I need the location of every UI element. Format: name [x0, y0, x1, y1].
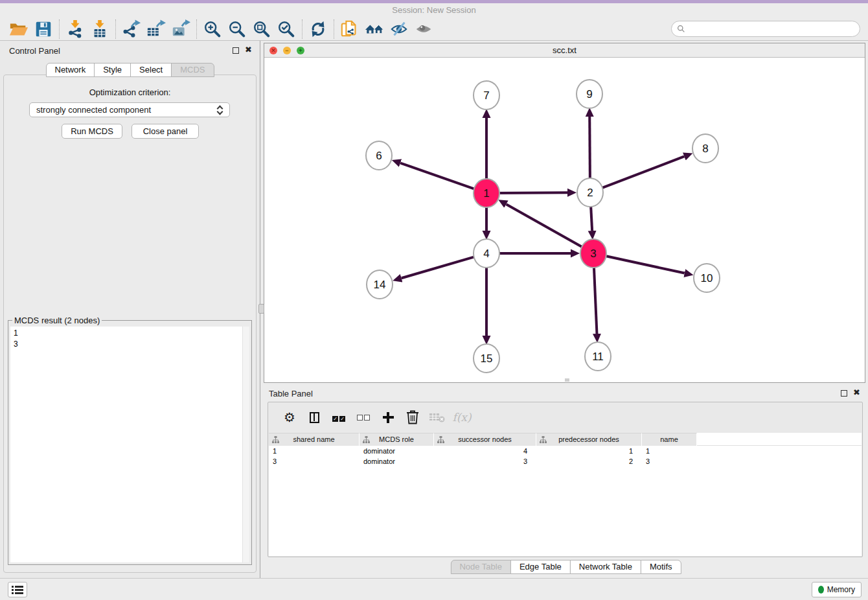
columns-icon [310, 412, 319, 423]
cell-successor-nodes[interactable]: 4 [434, 446, 536, 456]
cell-predecessor-nodes[interactable]: 2 [536, 456, 642, 467]
optimization-label: Optimization criterion: [0, 87, 260, 97]
mcds-result-area[interactable]: 1 3 [10, 327, 249, 562]
delete-button[interactable] [404, 408, 421, 427]
graph-node-3[interactable]: 3 [580, 239, 606, 268]
cell-predecessor-nodes[interactable]: 1 [536, 446, 642, 456]
zoom-out-button[interactable] [225, 19, 249, 40]
table-tabs: Node TableEdge TableNetwork TableMotifs [450, 560, 681, 574]
zoom-in-button[interactable] [200, 19, 225, 40]
cell-name[interactable]: 1 [642, 446, 697, 456]
panel-splitter-handle[interactable] [258, 304, 264, 314]
graph-node-1[interactable]: 1 [474, 179, 499, 207]
window-resize-handle[interactable] [565, 378, 569, 382]
close-panel-button[interactable]: Close panel [131, 124, 199, 139]
hide-selected-button[interactable] [387, 19, 411, 40]
network-canvas[interactable]: 1234678910111415 [264, 58, 865, 382]
function-builder-button[interactable]: f(x) [453, 408, 470, 427]
tab-mcds[interactable]: MCDS [171, 63, 214, 77]
select-all-icon: ✓✓ [332, 413, 346, 422]
graph-node-14[interactable]: 14 [367, 270, 393, 299]
close-panel-icon[interactable]: ✖ [245, 45, 252, 54]
float-panel-icon[interactable] [233, 47, 239, 54]
graph-node-8[interactable]: 8 [692, 134, 718, 163]
graph-edge-1-6[interactable] [400, 163, 483, 192]
minimize-window-icon[interactable]: − [283, 47, 291, 54]
select-all-button[interactable]: ✓✓ [330, 408, 347, 427]
zoom-fit-button[interactable] [249, 19, 274, 40]
graph-node-6[interactable]: 6 [366, 141, 392, 170]
search-input[interactable] [689, 23, 860, 36]
graph-edge-1-2[interactable] [490, 192, 567, 193]
tab-select[interactable]: Select [130, 63, 172, 77]
first-neighbors-button[interactable] [362, 19, 387, 40]
float-table-panel-icon[interactable] [841, 390, 847, 397]
import-table-button[interactable] [87, 19, 112, 40]
graph-edge-3-11[interactable] [593, 257, 597, 334]
column-label: MCDS role [379, 435, 414, 443]
graph-node-9[interactable]: 9 [577, 80, 602, 108]
tab-style[interactable]: Style [94, 63, 131, 77]
column-header-successor-nodes[interactable]: successor nodes [434, 433, 536, 446]
import-network-button[interactable] [63, 19, 87, 40]
zoom-selected-button[interactable] [274, 19, 299, 40]
add-button[interactable] [380, 408, 396, 427]
result-scrollbar[interactable] [242, 327, 249, 562]
export-network-button[interactable] [119, 19, 144, 40]
tab-network[interactable]: Network [45, 63, 95, 77]
graph-edge-4-14[interactable] [402, 255, 483, 279]
mcds-result-text: 1 3 [14, 328, 18, 350]
memory-button[interactable]: Memory [812, 582, 862, 597]
refresh-button[interactable] [306, 19, 330, 40]
cell-shared-name[interactable]: 1 [269, 446, 360, 456]
memory-status-icon [818, 586, 824, 594]
gear-icon: ⚙ [284, 410, 295, 425]
close-table-panel-icon[interactable]: ✖ [853, 388, 860, 397]
open-session-button[interactable] [6, 19, 31, 40]
table-tab-node-table[interactable]: Node Table [450, 560, 511, 574]
column-label: predecessor nodes [558, 435, 619, 443]
table-tab-edge-table[interactable]: Edge Table [510, 560, 571, 574]
table-panel-title: Table Panel [269, 389, 313, 398]
table-row[interactable]: 3dominator323 [269, 456, 862, 467]
deselect-all-button[interactable] [355, 408, 372, 427]
search-box[interactable] [671, 21, 860, 37]
cell-successor-nodes[interactable]: 3 [434, 456, 536, 467]
graph-edge-3-1[interactable] [506, 204, 589, 251]
graph-node-2[interactable]: 2 [577, 178, 603, 207]
mcds-result-fieldset: MCDS result (2 nodes) 1 3 [8, 320, 252, 565]
table-tab-motifs[interactable]: Motifs [641, 560, 681, 574]
graph-node-15[interactable]: 15 [474, 344, 499, 373]
cell-shared-name[interactable]: 3 [269, 456, 360, 467]
column-header-predecessor-nodes[interactable]: predecessor nodes [536, 433, 642, 446]
cell-MCDS-role[interactable]: dominator [360, 456, 434, 467]
cell-name[interactable]: 3 [642, 456, 697, 467]
cell-MCDS-role[interactable]: dominator [360, 446, 434, 456]
show-all-button[interactable] [411, 19, 436, 40]
graph-node-4[interactable]: 4 [474, 239, 499, 268]
maximize-window-icon[interactable]: + [297, 47, 304, 54]
export-image-button[interactable] [168, 19, 193, 40]
optimization-select[interactable]: strongly connected component [29, 102, 230, 117]
close-window-icon[interactable]: ✕ [269, 47, 277, 54]
table-tab-network-table[interactable]: Network Table [570, 560, 641, 574]
table-options-button[interactable]: ⚙ [281, 408, 298, 427]
column-header-MCDS-role[interactable]: MCDS role [360, 433, 434, 446]
graph-edge-3-10[interactable] [597, 254, 685, 273]
column-header-shared-name[interactable]: shared name [269, 433, 360, 446]
column-header-name[interactable]: name [642, 433, 697, 446]
delete-table-button[interactable] [429, 408, 446, 427]
column-tree-icon [437, 436, 444, 443]
new-network-from-selection-button[interactable] [337, 19, 362, 40]
show-columns-button[interactable] [306, 408, 323, 427]
graph-node-11[interactable]: 11 [585, 342, 611, 371]
graph-edge-2-8[interactable] [594, 156, 685, 190]
graph-node-10[interactable]: 10 [694, 264, 720, 292]
table-row[interactable]: 1dominator411 [269, 446, 862, 456]
export-table-button[interactable] [144, 19, 168, 40]
graph-node-7[interactable]: 7 [474, 81, 499, 110]
run-mcds-button[interactable]: Run MCDS [62, 124, 122, 139]
task-history-button[interactable] [8, 582, 27, 597]
save-session-button[interactable] [31, 19, 56, 40]
plus-icon [383, 412, 394, 423]
